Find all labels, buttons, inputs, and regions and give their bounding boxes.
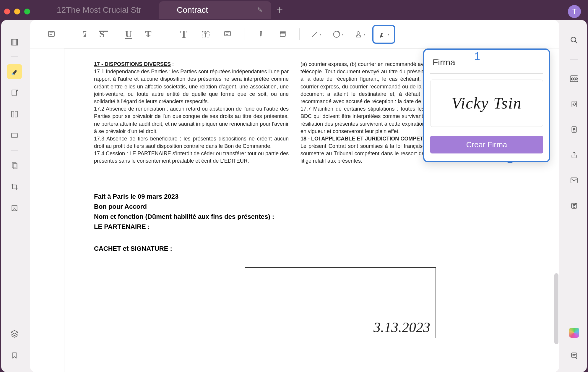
scrollbar[interactable]: [554, 273, 558, 344]
tab-inactive[interactable]: 12The Most Crucial Str: [39, 1, 159, 19]
svg-rect-27: [571, 353, 576, 357]
column-left: 17 - DISPOSITIONS DIVERSES : 17.1 Indépe…: [94, 61, 289, 165]
stamp-icon[interactable]: ▾: [350, 25, 369, 44]
titlebar: 12The Most Crucial Str Contract ✎ + T: [0, 0, 588, 20]
svg-rect-26: [573, 203, 576, 204]
signature-name: Vicky Tsin: [451, 94, 522, 112]
app-logo-icon[interactable]: [569, 328, 579, 338]
svg-rect-6: [12, 206, 17, 211]
svg-text:OCR: OCR: [571, 77, 578, 81]
bookmark-icon[interactable]: [7, 348, 22, 363]
eraser-icon[interactable]: [273, 25, 292, 44]
svg-rect-7: [48, 31, 54, 37]
profile-initial: T: [572, 7, 577, 16]
fullscreen-icon[interactable]: [24, 9, 30, 14]
right-rail: OCR: [561, 20, 587, 372]
signature-date: 3.13.2023: [373, 319, 430, 335]
textbox-icon[interactable]: T: [196, 25, 215, 44]
signature-block: Fait à Paris le 09 mars 2023 Bon pour Ac…: [94, 192, 495, 232]
svg-rect-2: [15, 111, 17, 117]
app-body: ▥: [1, 20, 587, 372]
save-icon[interactable]: [566, 198, 582, 214]
svg-point-15: [357, 31, 360, 34]
crop-icon[interactable]: [7, 179, 22, 195]
minimize-icon[interactable]: [14, 9, 20, 14]
close-icon[interactable]: [4, 9, 10, 14]
ocr-icon[interactable]: OCR: [566, 71, 582, 86]
toolbar: S— U T〰 T T ▾ ▾ ▾ ▾: [30, 20, 559, 48]
underline-icon[interactable]: U: [119, 25, 138, 44]
separator: [167, 28, 167, 40]
svg-rect-8: [84, 36, 86, 37]
svg-rect-23: [571, 178, 577, 183]
svg-point-25: [573, 206, 575, 208]
text-icon[interactable]: T: [174, 25, 193, 44]
new-tab-button[interactable]: +: [277, 4, 283, 16]
svg-rect-3: [12, 133, 17, 138]
squiggly-icon[interactable]: T〰: [141, 25, 160, 44]
tab-active[interactable]: Contract ✎: [159, 1, 271, 19]
layers-icon[interactable]: [7, 326, 22, 341]
notes-icon[interactable]: [566, 348, 582, 363]
svg-rect-11: [225, 31, 230, 36]
profile-avatar[interactable]: T: [568, 5, 581, 18]
reader-mode-icon[interactable]: ▥: [7, 34, 22, 49]
divider: [430, 73, 543, 74]
svg-point-16: [571, 37, 576, 42]
main-area: S— U T〰 T T ▾ ▾ ▾ ▾ 1 17 - DISPOSITIONS …: [30, 20, 559, 372]
separator: [68, 28, 68, 40]
search-icon[interactable]: [566, 33, 582, 48]
popup-title: Firma: [430, 57, 543, 67]
cachet-label: CACHET et SIGNATURE :: [94, 245, 495, 253]
create-signature-button[interactable]: Crear Firma: [430, 136, 543, 153]
separator: [11, 56, 18, 57]
tabs: 12The Most Crucial Str Contract ✎ +: [39, 1, 568, 19]
edit-tab-icon[interactable]: ✎: [257, 6, 262, 14]
compare-icon[interactable]: [7, 106, 22, 122]
form-icon[interactable]: [7, 128, 22, 143]
signature-icon[interactable]: ▾: [372, 25, 395, 44]
line-icon[interactable]: ▾: [307, 25, 326, 44]
strikethrough-icon[interactable]: S—: [97, 25, 116, 44]
separator: [11, 150, 18, 151]
signature-popup: Firma Vicky Tsin Crear Firma: [423, 48, 550, 162]
mail-icon[interactable]: [566, 173, 582, 188]
highlight-icon[interactable]: [75, 25, 94, 44]
highlighter-icon[interactable]: [7, 64, 22, 79]
tab-label: 12The Most Crucial Str: [57, 5, 141, 15]
tab-label: Contract: [177, 5, 208, 15]
note-icon[interactable]: [42, 25, 61, 44]
ink-icon[interactable]: [251, 25, 270, 44]
page-icon[interactable]: [7, 158, 22, 173]
redact-icon[interactable]: [7, 200, 22, 216]
share-icon[interactable]: [566, 147, 582, 163]
lock-icon[interactable]: [566, 122, 582, 137]
separator: [244, 28, 244, 40]
pen-icon[interactable]: [7, 85, 22, 101]
traffic-lights: [4, 9, 30, 14]
shape-icon[interactable]: ▾: [329, 25, 347, 44]
svg-rect-12: [280, 33, 285, 36]
separator: [570, 59, 578, 60]
convert-icon[interactable]: [566, 96, 582, 112]
signature-preview[interactable]: Vicky Tsin: [430, 80, 543, 127]
svg-rect-21: [573, 130, 575, 131]
signature-box[interactable]: 3.13.2023: [245, 267, 436, 338]
svg-rect-13: [280, 32, 285, 33]
separator: [299, 28, 300, 40]
svg-rect-1: [12, 111, 14, 117]
callout-icon[interactable]: [218, 25, 237, 44]
left-rail: ▥: [1, 20, 28, 372]
svg-text:T: T: [204, 32, 207, 37]
